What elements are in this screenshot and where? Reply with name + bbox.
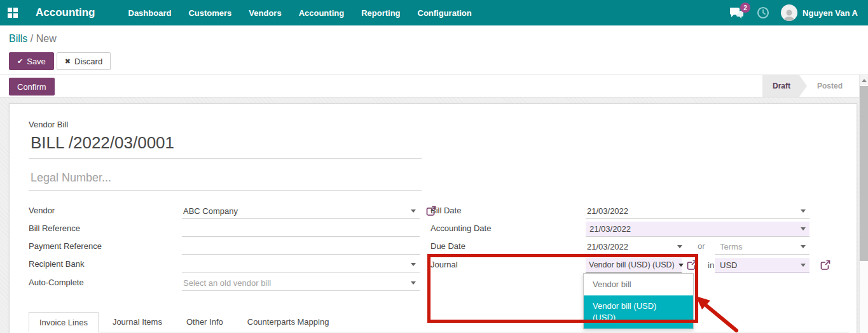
statusbar: Confirm Draft Posted	[0, 75, 868, 97]
payment-reference-input[interactable]	[182, 239, 420, 255]
tab-invoice-lines[interactable]: Invoice Lines	[29, 312, 99, 332]
nav-item-accounting[interactable]: Accounting	[299, 8, 345, 18]
journal-option-vendor-bill[interactable]: Vendor bill	[584, 274, 693, 295]
journal-row: Journal Vendor bill (USD) (USD) in USD	[431, 258, 837, 274]
save-button[interactable]: ✔ Save	[9, 52, 54, 70]
currency-select[interactable]: USD	[715, 258, 809, 273]
bill-date-row: Bill Date 21/03/2022	[431, 204, 837, 220]
nav-item-configuration[interactable]: Configuration	[418, 8, 472, 18]
caret-down-icon[interactable]	[411, 263, 416, 266]
external-link-icon[interactable]	[686, 259, 698, 271]
nav-item-vendors[interactable]: Vendors	[249, 8, 281, 18]
vendor-label: Vendor	[29, 206, 55, 215]
bill-date-value: 21/03/2022	[586, 206, 797, 216]
accounting-date-input[interactable]: 21/03/2022	[586, 222, 809, 237]
control-panel: Bills / New ✔ Save ✖ Discard	[0, 25, 868, 75]
scrollbar-up-button[interactable]	[860, 75, 868, 85]
vertical-scrollbar[interactable]	[859, 75, 868, 333]
journal-dropdown: Vendor bill Vendor bill (USD) (USD)	[583, 273, 694, 329]
caret-down-icon[interactable]	[411, 209, 416, 213]
state-widget: Draft Posted	[762, 75, 853, 97]
save-button-label: Save	[27, 57, 46, 66]
app-title[interactable]: Accounting	[36, 6, 95, 19]
user-name: Nguyen Van A	[803, 8, 858, 18]
auto-complete-row: Auto-Complete Select an old vendor bill	[29, 276, 420, 292]
bill-reference-row: Bill Reference	[29, 222, 420, 238]
caret-down-icon[interactable]	[801, 264, 806, 267]
due-date-label: Due Date	[431, 241, 465, 251]
breadcrumb-bills-link[interactable]: Bills	[9, 33, 27, 44]
scrollbar-thumb[interactable]	[860, 86, 868, 261]
messages-count-badge: 2	[740, 3, 750, 13]
form-buttons: ✔ Save ✖ Discard	[9, 52, 111, 70]
messages-button[interactable]: 2	[729, 6, 745, 20]
caret-down-icon[interactable]	[801, 227, 806, 230]
currency-value: USD	[715, 260, 797, 270]
caret-down-icon[interactable]	[679, 264, 684, 267]
in-label: in	[708, 260, 714, 270]
nav-item-dashboard[interactable]: Dashboard	[128, 8, 172, 18]
form-sheet: Vendor Bill BILL /2022/03/0001 Legal Num…	[9, 103, 857, 333]
discard-button[interactable]: ✖ Discard	[57, 52, 111, 70]
confirm-button[interactable]: Confirm	[9, 78, 55, 96]
payment-terms-input[interactable]: Terms	[715, 239, 809, 255]
breadcrumb-separator: /	[31, 33, 33, 44]
state-posted[interactable]: Posted	[807, 75, 853, 97]
tab-counterparts-mapping[interactable]: Counterparts Mapping	[237, 312, 340, 332]
apps-grid-icon	[8, 8, 18, 18]
journal-option-vendor-bill-usd[interactable]: Vendor bill (USD) (USD)	[584, 295, 693, 329]
nav-menu: Dashboard Customers Vendors Accounting R…	[128, 8, 472, 18]
breadcrumb-current: New	[36, 33, 57, 44]
due-date-row: Due Date 21/03/2022 or Terms	[431, 239, 837, 256]
external-link-icon[interactable]	[820, 259, 831, 271]
top-nav: Accounting Dashboard Customers Vendors A…	[0, 0, 868, 25]
scrollbar-up-icon	[862, 79, 867, 82]
apps-menu-button[interactable]	[0, 0, 25, 25]
clock-icon[interactable]	[757, 6, 769, 19]
tab-other-info[interactable]: Other Info	[176, 312, 233, 332]
accounting-date-row: Accounting Date 21/03/2022	[431, 222, 837, 238]
bill-reference-label: Bill Reference	[29, 223, 80, 233]
bill-date-label: Bill Date	[431, 206, 461, 215]
auto-complete-input[interactable]: Select an old vendor bill	[182, 276, 420, 291]
payment-reference-row: Payment Reference	[29, 239, 420, 256]
bill-date-input[interactable]: 21/03/2022	[586, 204, 809, 219]
bill-reference-input[interactable]	[182, 222, 420, 237]
nav-item-reporting[interactable]: Reporting	[361, 8, 400, 18]
due-date-input[interactable]: 21/03/2022	[586, 239, 686, 255]
state-draft[interactable]: Draft	[762, 75, 807, 97]
tab-journal-items[interactable]: Journal Items	[102, 312, 172, 332]
journal-label: Journal	[431, 260, 458, 269]
avatar	[781, 4, 797, 21]
doc-number[interactable]: BILL /2022/03/0001	[29, 132, 422, 159]
caret-down-icon[interactable]	[411, 281, 416, 285]
auto-complete-label: Auto-Complete	[29, 278, 84, 287]
caret-down-icon[interactable]	[801, 209, 806, 213]
doc-type-label: Vendor Bill	[29, 120, 68, 129]
accounting-date-label: Accounting Date	[431, 223, 491, 233]
or-label: or	[698, 241, 705, 251]
vendor-input[interactable]: ABC Company	[182, 204, 420, 219]
confirm-button-label: Confirm	[17, 82, 46, 92]
auto-complete-placeholder: Select an old vendor bill	[182, 278, 407, 288]
nav-right: 2 Nguyen Van A	[729, 4, 868, 21]
nav-item-customers[interactable]: Customers	[188, 8, 231, 18]
journal-select[interactable]: Vendor bill (USD) (USD)	[586, 258, 682, 273]
caret-down-icon[interactable]	[677, 245, 682, 248]
vendor-row: Vendor ABC Company	[29, 204, 420, 220]
accounting-date-value: 21/03/2022	[586, 224, 797, 234]
breadcrumb: Bills / New	[9, 33, 57, 45]
recipient-bank-input[interactable]	[182, 257, 420, 273]
vendor-value: ABC Company	[182, 206, 407, 216]
check-icon: ✔	[17, 57, 23, 66]
x-icon: ✖	[65, 57, 71, 66]
notebook-tabs: Invoice Lines Journal Items Other Info C…	[29, 312, 849, 332]
payment-reference-label: Payment Reference	[29, 241, 102, 251]
caret-down-icon[interactable]	[801, 245, 806, 248]
payment-terms-placeholder: Terms	[715, 242, 797, 252]
recipient-bank-label: Recipient Bank	[29, 259, 84, 269]
legal-number-input[interactable]: Legal Number...	[29, 167, 422, 191]
recipient-bank-row: Recipient Bank	[29, 257, 420, 274]
discard-button-label: Discard	[74, 57, 102, 66]
user-menu[interactable]: Nguyen Van A	[781, 4, 858, 21]
